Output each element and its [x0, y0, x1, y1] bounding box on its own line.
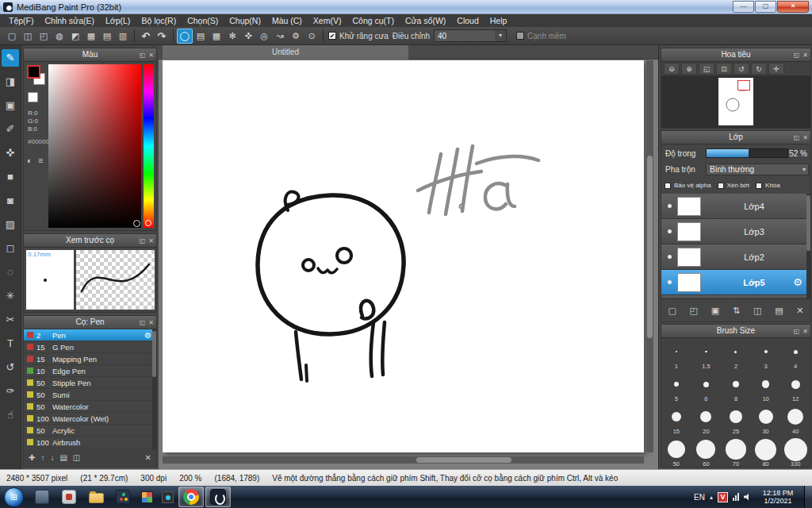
- close-panel-icon[interactable]: ✕: [802, 325, 808, 338]
- volume-icon[interactable]: [744, 493, 752, 501]
- layer-row[interactable]: Lớp3: [661, 219, 807, 244]
- menu-item-window[interactable]: Cửa sổ(W): [400, 14, 451, 27]
- menu-item-view[interactable]: Xem(V): [308, 14, 347, 27]
- scrollbar-thumb[interactable]: [152, 331, 156, 377]
- pen-tool[interactable]: ✐: [2, 121, 19, 138]
- brush-size-option[interactable]: 1.5: [691, 338, 722, 371]
- brush-size-option[interactable]: 50: [661, 436, 691, 467]
- navigator-preview-area[interactable]: [661, 76, 810, 128]
- float-panel-icon[interactable]: ◱: [794, 132, 800, 144]
- scrollbar-thumb[interactable]: [416, 457, 511, 463]
- brush-preview-header[interactable]: Xem trước cọ ◱ ✕: [24, 234, 156, 248]
- brush-size-option[interactable]: 100: [780, 436, 810, 467]
- lock-checkbox[interactable]: [756, 183, 762, 189]
- mesh-icon[interactable]: ▦: [209, 29, 224, 44]
- select-tool[interactable]: ◻: [2, 240, 19, 257]
- menu-item-select[interactable]: Chọn(S): [182, 14, 224, 27]
- show-desktop-button[interactable]: [804, 486, 812, 508]
- brush-item[interactable]: 2 Pen ⚙: [24, 329, 156, 341]
- comment-icon[interactable]: ◍: [52, 29, 67, 44]
- maximize-button[interactable]: ▢: [755, 1, 776, 13]
- save-icon[interactable]: ◫: [20, 29, 36, 44]
- dot-pen-tool[interactable]: ▣: [2, 97, 19, 114]
- new-folder-icon[interactable]: ◰: [690, 306, 698, 316]
- palette-mode-icon[interactable]: ◐: [27, 156, 33, 165]
- fill-rect-tool[interactable]: ■: [2, 168, 19, 186]
- brush-item[interactable]: 50 Stipple Pen: [24, 377, 156, 389]
- clipping-checkbox[interactable]: [718, 183, 724, 189]
- scissors-tool[interactable]: ✂: [2, 311, 19, 329]
- gear-icon[interactable]: ⚙: [288, 29, 304, 44]
- brush-size-option[interactable]: 25: [721, 403, 751, 436]
- menu-item-cloud[interactable]: Cloud: [451, 14, 484, 27]
- brush-item[interactable]: 100 Watercolor (Wet): [24, 413, 156, 425]
- menu-item-capture[interactable]: Chụp(N): [224, 14, 266, 27]
- taskbar-app-1[interactable]: [29, 487, 55, 507]
- rotate-right-icon[interactable]: ↻: [751, 63, 767, 75]
- move-up-icon[interactable]: ↑: [40, 453, 44, 462]
- grid-icon[interactable]: ▦: [83, 29, 99, 44]
- brush-item[interactable]: 15 Mapping Pen: [24, 353, 156, 365]
- menu-item-tools[interactable]: Công cụ(T): [347, 14, 400, 27]
- slider-mode-icon[interactable]: ≡: [38, 156, 43, 165]
- scrollbar-thumb[interactable]: [647, 156, 653, 338]
- duplicate-layer-icon[interactable]: ◫: [753, 306, 761, 316]
- delete-layer-icon[interactable]: ✕: [796, 306, 803, 316]
- float-panel-icon[interactable]: ◱: [140, 235, 146, 248]
- bucket-tool[interactable]: ◙: [2, 192, 19, 210]
- foreground-color-swatch[interactable]: [27, 65, 40, 79]
- brush-item[interactable]: 50 Sumi: [24, 389, 156, 401]
- blend-dropdown[interactable]: Bình thường ▾: [706, 164, 809, 175]
- brush-size-option[interactable]: 60: [691, 436, 722, 467]
- layer-row[interactable]: Lớp2: [661, 244, 807, 270]
- hue-slider[interactable]: [144, 64, 154, 228]
- menu-item-file[interactable]: Tệp(F): [3, 14, 40, 27]
- canvas[interactable]: [163, 60, 644, 452]
- taskbar-medibang[interactable]: [205, 487, 231, 507]
- navigator-thumbnail[interactable]: [718, 78, 753, 125]
- material-icon[interactable]: ▤: [99, 29, 115, 44]
- close-panel-icon[interactable]: ✕: [148, 235, 154, 248]
- taskbar-app-6[interactable]: [158, 487, 177, 507]
- brush-folder-icon[interactable]: ▤: [59, 453, 67, 462]
- scrollbar-thumb[interactable]: [806, 195, 810, 251]
- eraser-tool[interactable]: ◨: [2, 73, 19, 90]
- circle-icon[interactable]: ◎: [256, 29, 272, 44]
- soft-edge-checkbox[interactable]: [516, 32, 524, 40]
- palette-icon[interactable]: ◩: [67, 29, 83, 44]
- layer-panel-header[interactable]: Lớp ◱ ✕: [661, 131, 810, 144]
- menu-item-help[interactable]: Help: [485, 14, 513, 27]
- layout-icon[interactable]: ▥: [115, 29, 131, 44]
- close-button[interactable]: ✕: [777, 1, 809, 13]
- taskbar-explorer[interactable]: [83, 487, 109, 507]
- zoom-out-icon[interactable]: ⊖: [664, 63, 680, 75]
- brush-size-option[interactable]: 3: [751, 338, 781, 371]
- float-panel-icon[interactable]: ◱: [140, 49, 146, 62]
- navigator-header[interactable]: Hoa tiêu ◱ ✕: [661, 48, 810, 62]
- zoom-in-icon[interactable]: ⊕: [681, 63, 697, 75]
- brush-list-scrollbar[interactable]: [152, 329, 156, 449]
- transparent-color-swatch[interactable]: [28, 92, 38, 102]
- layer-visibility-dot[interactable]: [668, 280, 672, 284]
- brush-size-option[interactable]: 12: [780, 371, 810, 403]
- close-panel-icon[interactable]: ✕: [148, 49, 154, 62]
- reset-view-icon[interactable]: ✛: [768, 63, 784, 75]
- document-tab[interactable]: Untitled: [163, 45, 408, 60]
- float-panel-icon[interactable]: ◱: [794, 49, 800, 62]
- saturation-value-picker[interactable]: [48, 64, 141, 228]
- opacity-slider[interactable]: [706, 148, 788, 158]
- brush-settings-icon[interactable]: ⚙: [144, 331, 151, 340]
- close-panel-icon[interactable]: ✕: [802, 132, 808, 144]
- menu-item-edit[interactable]: Chỉnh sửa(E): [40, 14, 100, 27]
- brush-size-option[interactable]: 80: [751, 436, 781, 467]
- magic-wand-tool[interactable]: ✳: [2, 287, 19, 305]
- taskbar-media-app[interactable]: [110, 487, 136, 507]
- taskbar-app-2[interactable]: [56, 487, 82, 507]
- move-tool[interactable]: ✜: [2, 144, 19, 162]
- brush-size-option[interactable]: 5: [661, 371, 691, 403]
- redo-button[interactable]: ↷: [154, 29, 170, 44]
- correction-dropdown[interactable]: 40 ▾: [434, 29, 507, 42]
- color-panel-header[interactable]: Màu ◱ ✕: [24, 48, 156, 62]
- sv-marker[interactable]: [133, 220, 140, 227]
- brush-size-option[interactable]: 20: [691, 403, 722, 436]
